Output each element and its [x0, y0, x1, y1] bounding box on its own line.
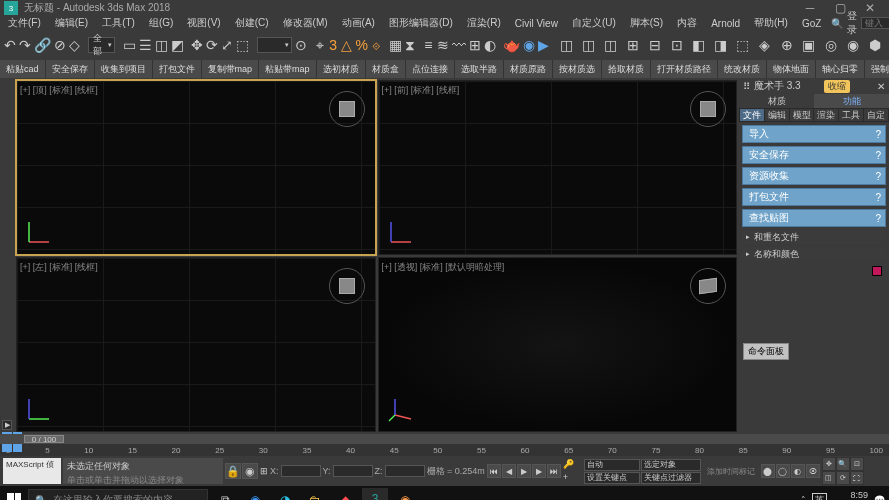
key-button[interactable]: 🔑: [563, 459, 583, 471]
align-button[interactable]: ≡: [423, 32, 434, 58]
named-selection-button[interactable]: ▦: [389, 32, 402, 58]
link-button[interactable]: 🔗: [34, 32, 51, 58]
rib-sel-by-mat[interactable]: 按材质选: [553, 60, 602, 78]
rib-point-connect[interactable]: 点位连接: [406, 60, 455, 78]
ribbon-icon-5[interactable]: ⊟: [645, 32, 665, 58]
menu-civil[interactable]: Civil View: [511, 18, 562, 29]
rib-collect[interactable]: 收集到项目: [95, 60, 153, 78]
ribbon-icon-6[interactable]: ⊡: [667, 32, 687, 58]
menu-tools[interactable]: 工具(T): [98, 16, 139, 30]
taskbar-search[interactable]: 🔍 在这里输入你要搜索的内容: [28, 489, 208, 500]
viewport-top[interactable]: [+] [顶] [标准] [线框]: [16, 80, 376, 255]
panel-btn-findmap[interactable]: 查找贴图?: [742, 209, 886, 227]
minimize-button[interactable]: ─: [795, 0, 825, 16]
time-slider-thumb[interactable]: 0 / 100: [24, 435, 64, 443]
taskbar-app-edge[interactable]: ◔: [272, 488, 298, 500]
rollout-namecolor[interactable]: 名称和颜色: [742, 247, 886, 261]
isolate-button[interactable]: ◉: [242, 463, 258, 479]
rib-ground[interactable]: 物体地面: [767, 60, 816, 78]
curve-editor-button[interactable]: 〰: [452, 32, 466, 58]
ribbon-icon-11[interactable]: ⊕: [777, 32, 797, 58]
rib-change-mat[interactable]: 统改材质: [718, 60, 767, 78]
ribbon-icon-12[interactable]: ▣: [799, 32, 819, 58]
time-ruler[interactable]: 0 5 10 15 20 25 30 35 40 45 50 55 60 65 …: [0, 444, 889, 456]
ribbon-icon-3[interactable]: ◫: [601, 32, 621, 58]
rib-paste-cad[interactable]: 粘贴cad: [0, 60, 46, 78]
layer-button[interactable]: ≋: [437, 32, 449, 58]
selection-filter-combo[interactable]: 全部: [88, 37, 116, 53]
redo-button[interactable]: ↷: [19, 32, 31, 58]
subtab-tool[interactable]: 工具: [839, 109, 863, 121]
key-icon-1[interactable]: ⬤: [761, 464, 775, 478]
subtab-custom[interactable]: 自定: [864, 109, 888, 121]
viewport-play-icon[interactable]: ▶: [2, 420, 12, 430]
ribbon-icon-15[interactable]: ⬢: [865, 32, 885, 58]
time-tag-label[interactable]: 添加时间标记: [707, 466, 755, 477]
subtab-edit[interactable]: 编辑: [765, 109, 789, 121]
fov-button[interactable]: ◫: [822, 471, 836, 485]
lock-selection-button[interactable]: 🔒: [225, 463, 241, 479]
subtab-model[interactable]: 模型: [790, 109, 814, 121]
menu-animation[interactable]: 动画(A): [338, 16, 379, 30]
ribbon-icon-9[interactable]: ⬚: [733, 32, 753, 58]
panel-btn-safesave[interactable]: 安全保存?: [742, 146, 886, 164]
rib-pick-mat[interactable]: 拾取材质: [602, 60, 651, 78]
rib-pivot-zero[interactable]: 轴心归零: [816, 60, 865, 78]
viewport-front-label[interactable]: [+] [前] [标准] [线框]: [382, 84, 460, 97]
ribbon-icon-8[interactable]: ◨: [711, 32, 731, 58]
menu-modifiers[interactable]: 修改器(M): [279, 16, 332, 30]
goto-start-button[interactable]: ⏮: [487, 464, 501, 478]
viewcube-front[interactable]: [688, 89, 728, 129]
rotate-button[interactable]: ⟳: [206, 32, 218, 58]
help-icon[interactable]: ?: [875, 150, 881, 161]
viewcube-top[interactable]: [327, 89, 367, 129]
ribbon-icon-4[interactable]: ⊞: [623, 32, 643, 58]
ribbon-icon-2[interactable]: ◫: [579, 32, 599, 58]
spinner-snap-toggle[interactable]: ⟐: [371, 32, 382, 58]
next-frame-button[interactable]: ▶: [532, 464, 546, 478]
menu-view[interactable]: 视图(V): [183, 16, 224, 30]
start-button[interactable]: [4, 490, 24, 500]
notification-icon[interactable]: 💬: [874, 495, 885, 500]
rib-paste-map[interactable]: 粘贴带map: [259, 60, 317, 78]
select-button[interactable]: ▭: [123, 32, 136, 58]
ribbon-icon-10[interactable]: ◈: [755, 32, 775, 58]
move-button[interactable]: ✥: [191, 32, 203, 58]
ribbon-icon-7[interactable]: ◧: [689, 32, 709, 58]
pan-button[interactable]: ✥: [822, 457, 836, 471]
menu-create[interactable]: 创建(C): [231, 16, 273, 30]
viewport-persp-label[interactable]: [+] [透视] [标准] [默认明暗处理]: [382, 261, 505, 274]
z-input[interactable]: [385, 465, 425, 477]
render-frame-button[interactable]: ◉: [523, 32, 535, 58]
key-icon-3[interactable]: ◐: [791, 464, 805, 478]
taskbar-clock[interactable]: 8:59 2021/3/2: [833, 491, 868, 500]
panel-collapse-button[interactable]: 收缩: [824, 80, 850, 93]
maxscript-listener[interactable]: MAXScript 侦: [3, 458, 61, 484]
zoom-button[interactable]: 🔍: [836, 457, 850, 471]
viewcube-persp[interactable]: [688, 266, 728, 306]
bind-button[interactable]: ◇: [69, 32, 80, 58]
rib-copy-map[interactable]: 复制带map: [202, 60, 260, 78]
rib-sel-half[interactable]: 选取半路: [455, 60, 504, 78]
manipulate-button[interactable]: ⌖: [314, 32, 325, 58]
angle-snap-toggle[interactable]: △: [341, 32, 352, 58]
viewport-perspective[interactable]: [+] [透视] [标准] [默认明暗处理]: [378, 257, 738, 432]
selset-combo[interactable]: 选定对象: [641, 459, 701, 471]
menu-script[interactable]: 脚本(S): [626, 16, 667, 30]
help-icon[interactable]: ?: [875, 192, 881, 203]
menu-help[interactable]: 帮助(H): [750, 16, 792, 30]
subtab-render[interactable]: 渲染: [814, 109, 838, 121]
orbit-button[interactable]: ⟳: [836, 471, 850, 485]
autokey-combo[interactable]: 自动: [584, 459, 640, 471]
help-icon[interactable]: ?: [875, 129, 881, 140]
menu-search-input[interactable]: [861, 17, 889, 29]
menu-file[interactable]: 文件(F): [4, 16, 45, 30]
select-region-button[interactable]: ◫: [155, 32, 168, 58]
absolute-icon[interactable]: ⊞: [260, 466, 268, 476]
keyfilter-combo[interactable]: 关键点过滤器: [641, 472, 701, 484]
rib-mat-path[interactable]: 材质原路: [504, 60, 553, 78]
set-key-icon[interactable]: +: [563, 472, 583, 484]
help-icon[interactable]: ?: [875, 213, 881, 224]
snap-toggle[interactable]: 3: [328, 32, 339, 58]
taskbar-app-1[interactable]: ◉: [242, 488, 268, 500]
